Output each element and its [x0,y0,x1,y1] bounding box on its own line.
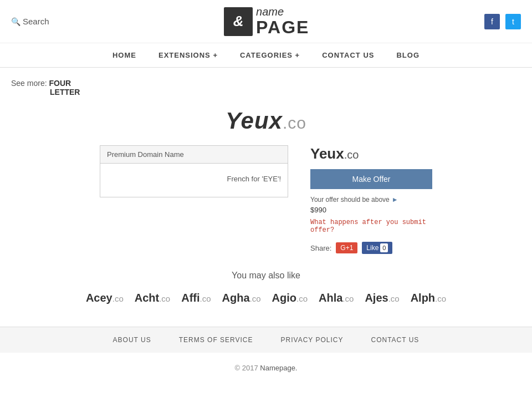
domain-list-item[interactable]: Ahla.co [319,292,354,304]
domain-item-tld: .co [200,294,211,303]
domain-item-tld: .co [296,294,308,303]
footer-link-item[interactable]: CONTACT US [371,336,419,344]
domain-list-item[interactable]: Alph.co [411,292,446,304]
see-more-prefix: See more: [11,79,47,88]
see-more: See more: FOUR LETTER [11,79,521,96]
share-row: Share: G+1 Like 0 [310,242,432,254]
footer-link-item[interactable]: PRIVACY POLICY [281,336,344,344]
logo-text: name PAGE [256,6,309,37]
domain-list-item[interactable]: Acey.co [86,292,124,304]
domain-item-tld: .co [342,294,354,303]
logo-page: PAGE [256,18,309,37]
header: 🔍 Search & name PAGE f t [0,0,532,43]
domain-item-name: Agio [272,292,296,304]
footer-brand[interactable]: Namepage. [260,364,297,372]
also-like-section: You may also like Acey.coAcht.coAffi.coA… [11,271,521,304]
nav-blog[interactable]: BLOG [396,51,420,59]
box-body: French for 'EYE'! [100,164,288,197]
gplus-button[interactable]: G+1 [336,242,357,253]
domain-item-name: Ajes [365,292,388,304]
domain-section: Yeux.co Premium Domain Name French for '… [11,108,521,254]
offer-info-text: Your offer should be above ► [310,196,432,204]
domain-list-item[interactable]: Acht.co [135,292,170,304]
logo-name: name [256,6,309,18]
make-offer-button[interactable]: Make Offer [310,169,432,189]
logo-icon: & [233,13,244,30]
nav-home[interactable]: HOME [112,51,136,59]
domain-main-title: Yeux.co [226,108,306,134]
offer-amount: $990 [310,206,432,214]
facebook-icon[interactable]: f [484,14,500,29]
domain-item-tld: .co [250,294,261,303]
domain-item-tld: .co [388,294,400,303]
also-like-title: You may also like [11,271,521,281]
domain-list-item[interactable]: Agio.co [272,292,308,304]
logo-box: & [224,7,253,36]
domain-list-item[interactable]: Affi.co [181,292,211,304]
fb-like-label: Like [366,244,378,252]
offer-arrow-icon: ► [392,196,398,204]
offer-panel: Yeux.co Make Offer Your offer should be … [310,145,432,254]
offer-link[interactable]: What happens after you submit offer? [310,218,432,234]
see-more-link2[interactable]: LETTER [50,88,80,96]
domain-list: Acey.coAcht.coAffi.coAgha.coAgio.coAhla.… [11,292,521,304]
facebook-like-button[interactable]: Like 0 [362,242,392,254]
offer-info-label: Your offer should be above [310,196,390,204]
search-button[interactable]: 🔍 Search [11,17,49,26]
footer-links: ABOUT USTERMS OF SERVICEPRIVACY POLICYCO… [0,327,532,353]
nav-contact[interactable]: CONTACT US [322,51,374,59]
domain-item-tld: .co [159,294,170,303]
logo[interactable]: & name PAGE [224,6,309,37]
offer-domain-name: Yeux.co [310,145,432,162]
footer-link-item[interactable]: TERMS OF SERVICE [179,336,253,344]
domain-name-display: Yeux [226,108,283,134]
copyright-text: © 2017 [235,364,258,372]
nav-extensions[interactable]: EXTENSIONS + [158,51,218,59]
offer-tld-text: .co [344,149,359,161]
fb-count: 0 [380,243,388,252]
main-nav: HOME EXTENSIONS + CATEGORIES + CONTACT U… [0,43,532,68]
share-label: Share: [310,244,331,252]
main-content: See more: FOUR LETTER Yeux.co Premium Do… [0,68,532,327]
domain-item-name: Acey [86,292,112,304]
domain-info-box: Premium Domain Name French for 'EYE'! [100,145,288,197]
domain-item-tld: .co [112,294,124,303]
footer-bottom: © 2017 Namepage. [0,353,532,383]
domain-list-item[interactable]: Agha.co [222,292,261,304]
nav-categories[interactable]: CATEGORIES + [240,51,300,59]
domain-list-item[interactable]: Ajes.co [365,292,399,304]
footer-link-item[interactable]: ABOUT US [113,336,151,344]
domain-item-name: Agha [222,292,250,304]
domain-item-name: Acht [135,292,159,304]
domain-tld-display: .co [283,114,306,132]
offer-name-text: Yeux [310,145,344,162]
domain-item-tld: .co [435,294,446,303]
domain-item-name: Ahla [319,292,342,304]
box-header: Premium Domain Name [100,146,288,164]
search-label: Search [23,17,49,26]
domain-item-name: Affi [181,292,200,304]
domain-item-name: Alph [411,292,435,304]
see-more-link1[interactable]: FOUR [49,79,71,88]
social-links: f t [484,14,521,29]
search-icon: 🔍 [11,17,21,26]
domain-content: Premium Domain Name French for 'EYE'! Ye… [11,145,521,254]
twitter-icon[interactable]: t [505,14,521,29]
